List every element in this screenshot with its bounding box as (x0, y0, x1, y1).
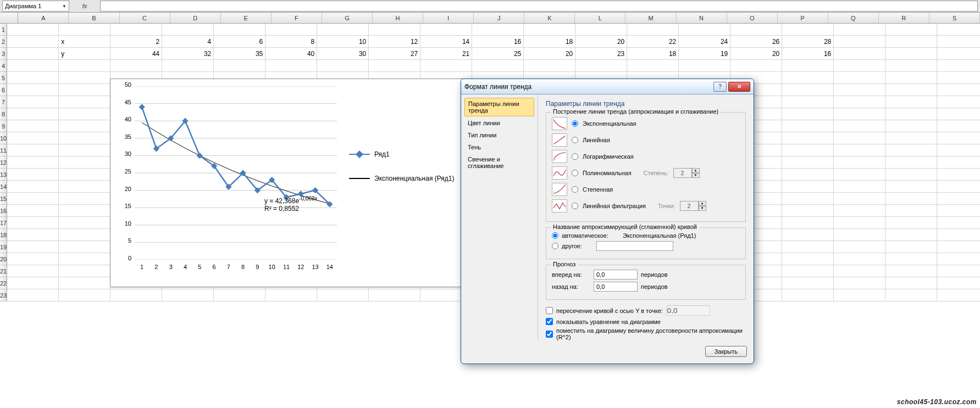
cell[interactable] (7, 289, 59, 301)
radio-power[interactable] (572, 186, 578, 193)
cell[interactable] (782, 24, 834, 35)
row-header[interactable]: 23 (0, 289, 7, 301)
cell[interactable]: 19 (679, 48, 730, 59)
radio-name-other[interactable] (552, 243, 558, 249)
cell[interactable] (782, 265, 834, 277)
cell[interactable] (782, 132, 834, 144)
cell[interactable] (420, 60, 472, 71)
spin-down-icon[interactable]: ▼ (692, 173, 700, 178)
radio-moving-average[interactable] (572, 203, 578, 209)
cell[interactable] (7, 132, 59, 144)
col-header[interactable]: J (474, 13, 524, 23)
cell[interactable] (937, 193, 980, 204)
cell[interactable] (937, 48, 980, 59)
cell[interactable] (782, 144, 834, 156)
cell[interactable] (782, 157, 834, 168)
cell[interactable] (7, 72, 59, 83)
cell[interactable] (782, 217, 834, 228)
cell[interactable] (834, 253, 885, 265)
cell[interactable] (834, 181, 885, 192)
nav-line-type[interactable]: Тип линии (464, 130, 534, 141)
cell[interactable]: 25 (472, 48, 524, 59)
cell[interactable] (937, 169, 980, 180)
row-header[interactable]: 14 (0, 181, 7, 193)
cell[interactable] (885, 108, 937, 120)
cell[interactable] (472, 60, 524, 71)
cell[interactable] (834, 120, 885, 132)
cell[interactable] (110, 24, 162, 35)
spin-down-icon[interactable]: ▼ (699, 206, 706, 211)
cell[interactable] (730, 24, 782, 35)
cell[interactable]: 18 (524, 36, 575, 47)
cell[interactable] (885, 229, 937, 241)
col-header[interactable]: H (373, 13, 423, 23)
cell[interactable] (782, 60, 834, 71)
cell[interactable]: 16 (472, 36, 524, 47)
cell[interactable]: 27 (369, 48, 420, 59)
cell[interactable] (59, 205, 110, 216)
cell[interactable] (834, 60, 885, 71)
cell[interactable] (885, 241, 937, 253)
check-show-r2[interactable] (546, 331, 553, 338)
legend-item-trend[interactable]: Экспоненциальная (Ряд1) (349, 175, 459, 182)
cell[interactable] (679, 60, 730, 71)
cell[interactable] (59, 84, 110, 96)
row-header[interactable]: 12 (0, 157, 7, 169)
cell[interactable] (937, 229, 980, 241)
backward-input[interactable] (594, 282, 638, 292)
cell[interactable] (885, 120, 937, 132)
col-header[interactable]: A (18, 13, 69, 23)
nav-line-color[interactable]: Цвет линии (464, 118, 534, 128)
col-header[interactable]: R (879, 13, 929, 23)
formula-input[interactable] (100, 1, 978, 12)
cell[interactable] (885, 36, 937, 47)
cell[interactable] (885, 48, 937, 59)
row-header[interactable]: 21 (0, 265, 7, 277)
degree-spinner[interactable]: ▲▼ (673, 168, 700, 178)
cell[interactable] (472, 24, 524, 35)
col-header[interactable]: P (778, 13, 828, 23)
cell[interactable] (782, 84, 834, 96)
cell[interactable] (782, 229, 834, 241)
cell[interactable] (937, 84, 980, 96)
cell[interactable] (7, 181, 59, 192)
cell[interactable] (885, 181, 937, 192)
row-header[interactable]: 3 (0, 48, 7, 60)
cell[interactable] (885, 72, 937, 83)
row-header[interactable]: 4 (0, 60, 7, 72)
col-header[interactable]: F (272, 13, 322, 23)
check-show-equation[interactable] (546, 318, 553, 325)
cell[interactable] (59, 144, 110, 156)
cell[interactable] (937, 120, 980, 132)
row-header[interactable]: 10 (0, 132, 7, 144)
cell[interactable] (782, 289, 834, 301)
cell[interactable]: y (59, 48, 110, 59)
col-header[interactable]: S (929, 13, 980, 23)
row-header[interactable]: 22 (0, 277, 7, 289)
col-header[interactable]: L (575, 13, 625, 23)
cell[interactable] (7, 241, 59, 253)
cell[interactable] (782, 253, 834, 265)
cell[interactable] (7, 217, 59, 228)
col-header[interactable]: G (322, 13, 373, 23)
fx-label[interactable]: fx (69, 3, 100, 9)
cell[interactable]: 23 (575, 48, 627, 59)
cell[interactable] (885, 24, 937, 35)
col-header[interactable]: Q (828, 13, 879, 23)
cell[interactable] (214, 60, 265, 71)
cell[interactable] (110, 289, 162, 301)
nav-shadow[interactable]: Тень (464, 142, 534, 153)
row-header[interactable]: 5 (0, 72, 7, 84)
points-spinner[interactable]: ▲▼ (680, 201, 706, 211)
row-header[interactable]: 20 (0, 253, 7, 265)
cell[interactable] (885, 96, 937, 108)
cell[interactable] (834, 144, 885, 156)
select-all-corner[interactable] (0, 13, 18, 23)
cell[interactable] (7, 277, 59, 289)
cell[interactable] (834, 48, 885, 59)
cell[interactable] (782, 205, 834, 216)
radio-name-auto[interactable] (552, 232, 558, 239)
row-header[interactable]: 16 (0, 205, 7, 217)
cell[interactable]: 21 (420, 48, 472, 59)
cell[interactable]: 28 (782, 36, 834, 47)
